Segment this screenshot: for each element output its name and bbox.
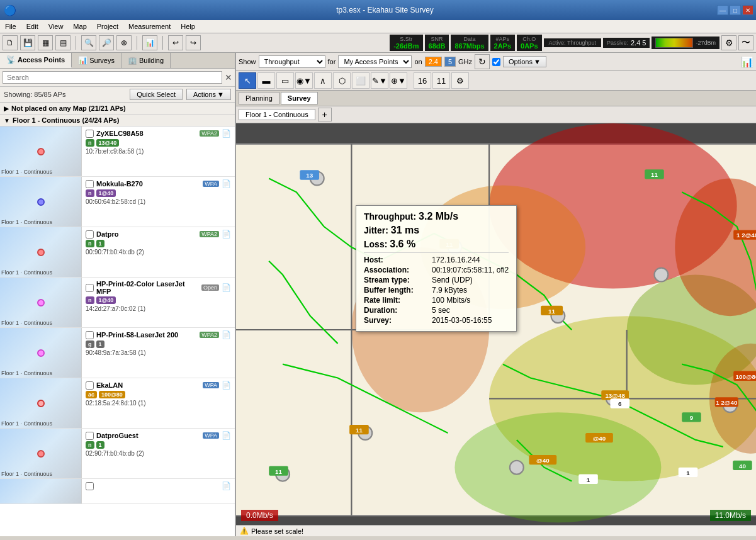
tab-building[interactable]: 🏢 Building [121,53,171,68]
group-not-placed[interactable]: ▶ Not placed on any Map (21/21 APs) [0,103,235,115]
loss-value: 3.6 % [390,239,415,249]
menu-edit[interactable]: Edit [24,21,41,31]
zoom-tool[interactable]: 16 [414,72,431,89]
ghz-24-button[interactable]: 2.4 [425,57,442,67]
planning-tab[interactable]: Planning [239,92,279,104]
ap-checkbox[interactable] [86,284,94,292]
add-floor-button[interactable]: + [318,108,332,121]
survey-value: 2015-03-05-16:55 [432,316,492,325]
menu-map[interactable]: Map [71,21,89,31]
loss-label: Loss: [364,239,387,249]
ap-checkbox[interactable] [86,432,94,440]
ap-security-tag: WPA2 [200,332,219,338]
menu-file[interactable]: File [3,21,19,31]
refresh-button[interactable]: ↻ [475,54,490,69]
group-floor1[interactable]: ▼ Floor 1 - Continuous (24/24 APs) [0,115,235,127]
ap-circle [37,148,45,155]
ap-file-button[interactable]: 📄 [222,230,231,239]
ap-thumb: Floor 1 · Continuous [0,328,82,378]
thumb-map: Floor 1 · Continuous [0,429,81,478]
ap-file-button[interactable]: 📄 [222,330,231,339]
maximize-button[interactable]: □ [730,5,741,15]
toolbar-undo[interactable]: ↩ [168,35,183,50]
toolbar-save[interactable]: 💾 [20,35,35,50]
ap-checkbox[interactable] [86,230,94,239]
note-tool[interactable]: ✎▼ [371,72,388,89]
toolbar-zoom-in[interactable]: 🔍 [81,35,96,50]
survey-tab[interactable]: Survey [281,92,318,104]
ap-checkbox[interactable] [86,331,94,339]
ap-details: HP-Print-02-Color LaserJet MFP Open 📄 n … [82,278,235,327]
area-tool[interactable]: ⬡ [333,72,351,89]
zone-tool[interactable]: ⬜ [352,72,370,89]
for-select[interactable]: My Access Points [338,55,412,68]
assoc-value: 00:19:07:c5:58:11, ofi2 [432,266,509,274]
search-input[interactable] [3,71,222,84]
tab-surveys[interactable]: 📊 Surveys [72,53,121,68]
wall-tool2[interactable]: ▭ [276,72,294,89]
toolbar-grid[interactable]: ▦ [38,35,53,50]
waveform-button[interactable]: 〜 [738,35,753,50]
ap-security-tag: WPA [203,432,219,439]
toolbar-new[interactable]: 🗋 [3,35,18,50]
settings-button[interactable]: ⚙ [721,35,736,50]
ap-checkbox[interactable] [86,180,94,188]
thumb-label: Floor 1 · Continuous [1,320,52,326]
toolbar-chart[interactable]: 📊 [142,35,157,50]
title-controls[interactable]: — □ ✕ [717,5,753,15]
ap-file-button[interactable]: 📄 [222,381,231,390]
toolbar-zoom-out[interactable]: 🔎 [99,35,114,50]
tab-access-points[interactable]: 📡 Access Points [0,53,72,68]
label-tool[interactable]: 11 [432,72,450,89]
measure-tool[interactable]: ∧ [314,72,332,89]
toolbar-grid2[interactable]: ▤ [55,35,71,50]
toolbar-redo[interactable]: ↪ [186,35,201,50]
ap-file-button[interactable]: 📄 [222,129,231,138]
ap-checkbox[interactable] [86,130,94,138]
chart-icon[interactable]: 📊 [741,57,753,67]
wall-tool[interactable]: ▬ [257,72,275,89]
toolbar-zoom-fit[interactable]: ⊕ [116,35,132,50]
rotate-tool[interactable]: ⚙ [451,72,469,89]
menu-view[interactable]: View [46,21,66,31]
window-title: tp3.esx - Ekahau Site Survey [53,6,717,14]
thumb-label: Floor 1 · Continuous [1,471,52,477]
close-button[interactable]: ✕ [742,5,753,15]
cursor-tool[interactable]: ↖ [239,72,256,89]
ap-name: DatproGuest [96,432,200,439]
ap-tool[interactable]: ◉▼ [295,72,313,89]
ap-checkbox[interactable] [86,482,94,490]
ap-file-button[interactable]: 📄 [222,179,231,188]
option-checkbox[interactable] [492,58,500,66]
coverage-tool[interactable]: ⊕▼ [390,72,407,89]
menu-bar: File Edit View Map Project Measurement H… [0,20,756,33]
quick-select-button[interactable]: Quick Select [130,89,183,100]
minimize-button[interactable]: — [717,5,728,15]
floor-tab[interactable]: Floor 1 - Continuous [239,109,315,120]
ap-checkbox[interactable] [86,381,94,390]
ap-thumb: Floor 1 · Continuous [0,127,82,176]
ap-security-tag: WPA2 [200,130,219,137]
data-value: 867Mbps [454,42,484,50]
status-data: Data 867Mbps [451,35,488,51]
svg-text:40: 40 [739,463,746,470]
search-clear-button[interactable]: ✕ [225,72,232,82]
menu-help[interactable]: Help [178,21,198,31]
surveys-label: Surveys [89,57,115,64]
ap-badges: ac 100@80 [86,391,231,398]
group-not-placed-label: Not placed on any Map (21/21 APs) [11,104,126,112]
list-item: Floor 1 · Continuous HP-Print-02-Color L… [0,278,235,328]
menu-measurement[interactable]: Measurement [126,21,173,31]
rate-label: Rate limit: [364,296,427,305]
ap-file-button[interactable]: 📄 [222,431,231,440]
ap-file-button[interactable]: 📄 [222,283,231,292]
actions-button[interactable]: Actions ▼ [186,89,231,100]
show-select[interactable]: Throughput Signal Strength SNR [259,55,325,68]
list-item: 📄 [0,479,235,504]
options-button[interactable]: Options ▼ [503,56,546,67]
ghz-5-button[interactable]: 5 [444,57,456,67]
thumb-map: Floor 1 · Continuous [0,278,81,327]
ap-file-button[interactable]: 📄 [222,481,231,490]
menu-project[interactable]: Project [94,21,121,31]
thumb-map: Floor 1 · Continuous [0,227,81,277]
